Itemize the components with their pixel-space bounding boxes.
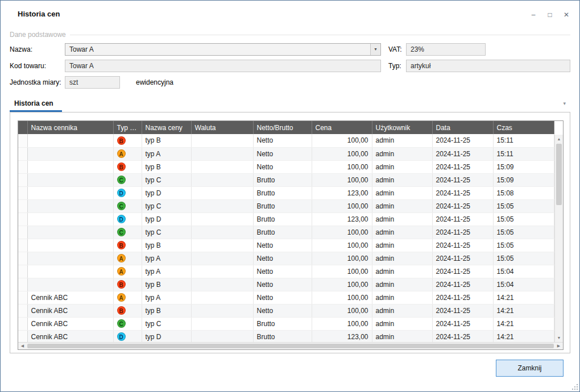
cell-waluta [191, 265, 253, 278]
header-uzytkownik[interactable]: Użytkownik [372, 121, 432, 134]
minimize-icon[interactable]: – [529, 11, 537, 19]
cell-typ-ceny: B [113, 134, 142, 147]
table-row[interactable]: Dtyp DBrutto123,00admin2024-11-2515:05 [18, 212, 554, 226]
cell-czas: 15:05 [493, 252, 554, 265]
header-waluta[interactable]: Waluta [191, 121, 253, 134]
resize-grip[interactable] [571, 383, 578, 390]
table-row[interactable]: Cennik ABCCtyp CBrutto100,00admin2024-11… [18, 317, 554, 330]
cell-nazwa-ceny: typ B [142, 239, 191, 252]
cell-cena: 100,00 [312, 173, 372, 186]
cell-typ-ceny: D [113, 330, 142, 343]
cell-uzytkownik: admin [372, 212, 432, 226]
cell-nazwa-ceny: typ B [142, 278, 191, 291]
price-type-b-icon: B [117, 136, 126, 145]
cell-netto-brutto: Netto [253, 147, 312, 160]
table-row[interactable]: Cennik ABCBtyp BNetto100,00admin2024-11-… [18, 304, 554, 317]
table-row[interactable]: Atyp ANetto100,00admin2024-11-2515:04 [18, 265, 554, 278]
maximize-icon[interactable]: □ [546, 11, 554, 19]
row-indicator [18, 265, 27, 278]
nazwa-value: Towar A [65, 44, 370, 55]
header-nazwa-ceny[interactable]: Nazwa ceny [142, 121, 191, 134]
cell-typ-ceny: D [113, 186, 142, 199]
cell-czas: 15:04 [493, 265, 554, 278]
cell-czas: 15:09 [493, 173, 554, 186]
table-row[interactable]: Btyp BNetto100,00admin2024-11-2515:04 [18, 278, 554, 291]
cell-cena: 100,00 [312, 278, 372, 291]
cell-waluta [191, 199, 253, 212]
cell-waluta [191, 239, 253, 252]
cell-netto-brutto: Netto [253, 239, 312, 252]
scroll-down-icon[interactable]: ▼ [555, 333, 563, 342]
row-indicator [18, 304, 27, 317]
cell-netto-brutto: Netto [253, 278, 312, 291]
table-row[interactable]: Btyp BNetto100,00admin2024-11-2515:11 [18, 134, 554, 147]
cell-cena: 100,00 [312, 291, 372, 304]
close-icon[interactable]: ✕ [562, 11, 570, 19]
table-row[interactable]: Ctyp CBrutto100,00admin2024-11-2515:05 [18, 199, 554, 212]
table-row[interactable]: Ctyp CBrutto100,00admin2024-11-2515:05 [18, 226, 554, 239]
table-row[interactable]: Atyp ANetto100,00admin2024-11-2515:11 [18, 147, 554, 160]
price-type-a-icon: A [117, 267, 126, 276]
cell-nazwa-ceny: typ A [142, 265, 191, 278]
cell-nazwa-cennika [27, 160, 113, 173]
header-typ-ceny[interactable]: Typ c... [113, 121, 142, 134]
row-indicator [18, 160, 27, 173]
header-netto-brutto[interactable]: Netto/Brutto [253, 121, 312, 134]
cell-typ-ceny: C [113, 317, 142, 330]
cell-data: 2024-11-25 [432, 212, 493, 226]
cell-typ-ceny: B [113, 160, 142, 173]
cell-cena: 123,00 [312, 330, 372, 343]
jednostka-miary-label: Jednostka miary: [10, 78, 65, 86]
cell-netto-brutto: Netto [253, 252, 312, 265]
cell-czas: 14:21 [493, 330, 554, 343]
jednostka-suffix-label: ewidencyjna [136, 78, 173, 86]
header-nazwa-cennika[interactable]: Nazwa cennika [27, 121, 113, 134]
cell-nazwa-cennika [27, 173, 113, 186]
scroll-left-icon[interactable]: ◀ [18, 343, 27, 349]
nazwa-combobox[interactable]: Towar A ▾ [65, 43, 381, 56]
cell-nazwa-ceny: typ A [142, 252, 191, 265]
scroll-up-icon[interactable]: ▲ [555, 135, 563, 143]
cell-data: 2024-11-25 [432, 226, 493, 239]
table-row[interactable]: Cennik ABCAtyp ANetto100,00admin2024-11-… [18, 291, 554, 304]
tabstrip: Historia cen ▾ [10, 95, 570, 112]
cell-nazwa-ceny: typ D [142, 212, 191, 226]
horizontal-scrollbar[interactable]: ◀ ▶ [18, 342, 563, 349]
table-row[interactable]: Btyp BNetto100,00admin2024-11-2515:09 [18, 160, 554, 173]
header-cena[interactable]: Cena [312, 121, 372, 134]
row-indicator [18, 212, 27, 226]
chevron-down-icon[interactable]: ▾ [370, 44, 380, 55]
cell-netto-brutto: Brutto [253, 186, 312, 199]
horizontal-scroll-thumb[interactable] [27, 344, 554, 348]
vertical-scroll-thumb[interactable] [556, 144, 562, 205]
scroll-right-icon[interactable]: ▶ [554, 343, 563, 349]
zamknij-button[interactable]: Zamknij [496, 360, 564, 377]
kod-towaru-field[interactable]: Towar A [65, 60, 381, 72]
typ-field: artykuł [406, 60, 570, 72]
kod-towaru-label: Kod towaru: [10, 62, 65, 70]
table-row[interactable]: Dtyp DBrutto123,00admin2024-11-2515:08 [18, 186, 554, 199]
cell-nazwa-cennika [27, 226, 113, 239]
table-row[interactable]: Atyp ANetto100,00admin2024-11-2515:05 [18, 252, 554, 265]
cell-cena: 100,00 [312, 252, 372, 265]
tab-historia-cen[interactable]: Historia cen [10, 95, 62, 112]
table-row[interactable]: Btyp BNetto100,00admin2024-11-2515:05 [18, 239, 554, 252]
cell-typ-ceny: B [113, 304, 142, 317]
header-data[interactable]: Data [432, 121, 493, 134]
tabstrip-chevron-down-icon[interactable]: ▾ [563, 101, 566, 106]
cell-nazwa-cennika [27, 278, 113, 291]
cell-typ-ceny: D [113, 212, 142, 226]
window-title: Historia cen [18, 10, 60, 18]
vertical-scrollbar[interactable]: ▲ ▼ [554, 135, 563, 342]
table-row[interactable]: Cennik ABCDtyp DBrutto123,00admin2024-11… [18, 330, 554, 343]
cell-nazwa-ceny: typ B [142, 134, 191, 147]
price-history-grid: Nazwa cennika Typ c... Nazwa ceny Waluta… [18, 120, 564, 350]
grid-table: Nazwa cennika Typ c... Nazwa ceny Waluta… [18, 121, 554, 344]
table-row[interactable]: Ctyp CBrutto100,00admin2024-11-2515:09 [18, 173, 554, 186]
header-czas[interactable]: Czas [493, 121, 554, 134]
jednostka-miary-field[interactable]: szt [65, 76, 120, 89]
row-indicator [18, 317, 27, 330]
cell-czas: 15:11 [493, 134, 554, 147]
row-indicator [18, 226, 27, 239]
cell-cena: 100,00 [312, 239, 372, 252]
